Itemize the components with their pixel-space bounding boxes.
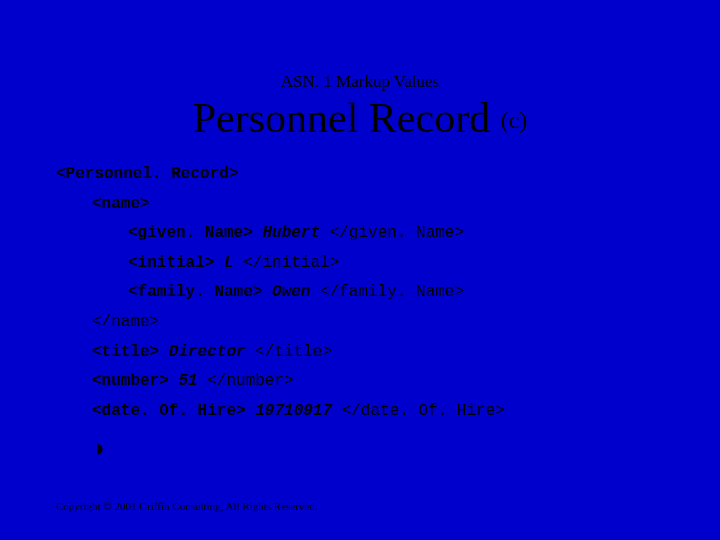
value-title: Director	[169, 343, 246, 361]
tag-given-name-close: </given. Name>	[320, 224, 464, 242]
line-date-of-hire: <date. Of. Hire> 19710917 </date. Of. Hi…	[92, 397, 720, 427]
value-date-of-hire: 19710917	[255, 402, 332, 420]
title-suffix: (c)	[501, 107, 528, 133]
tag-name-open: <name>	[92, 190, 720, 220]
line-family-name: <family. Name> Owen </family. Name>	[128, 278, 720, 308]
tag-number-close: </number>	[198, 372, 294, 390]
tag-initial-open: <initial>	[128, 254, 224, 272]
value-given-name: Hubert	[262, 224, 320, 242]
line-initial: <initial> L </initial>	[128, 249, 720, 279]
value-family-name: Owen	[272, 283, 310, 301]
tag-name-close: </name>	[92, 308, 720, 338]
tag-title-open: <title>	[92, 343, 169, 361]
code-block: <Personnel. Record> <name> <given. Name>…	[56, 160, 720, 426]
value-initial: L	[224, 254, 234, 272]
value-number: 51	[178, 372, 197, 390]
tag-given-name-open: <given. Name>	[128, 224, 262, 242]
line-number: <number> 51 </number>	[92, 367, 720, 397]
tag-number-open: <number>	[92, 372, 178, 390]
slide-title: Personnel Record (c)	[0, 94, 720, 142]
line-given-name: <given. Name> Hubert </given. Name>	[128, 219, 720, 249]
tag-date-of-hire-open: <date. Of. Hire>	[92, 402, 255, 420]
tag-personnel-record-open: <Personnel. Record>	[56, 160, 720, 190]
tag-family-name-close: </family. Name>	[310, 283, 464, 301]
line-title: <title> Director </title>	[92, 338, 720, 368]
tag-date-of-hire-close: </date. Of. Hire>	[332, 402, 505, 420]
tag-initial-close: </initial>	[234, 254, 340, 272]
copyright-text: Copyright © 2001 Griffin Consulting, All…	[56, 500, 317, 512]
slide-pretitle: ASN. 1 Markup Values	[0, 0, 720, 92]
bullet-icon: ◗	[96, 440, 720, 457]
tag-title-close: </title>	[246, 343, 332, 361]
tag-family-name-open: <family. Name>	[128, 283, 272, 301]
title-main: Personnel Record	[193, 95, 501, 141]
